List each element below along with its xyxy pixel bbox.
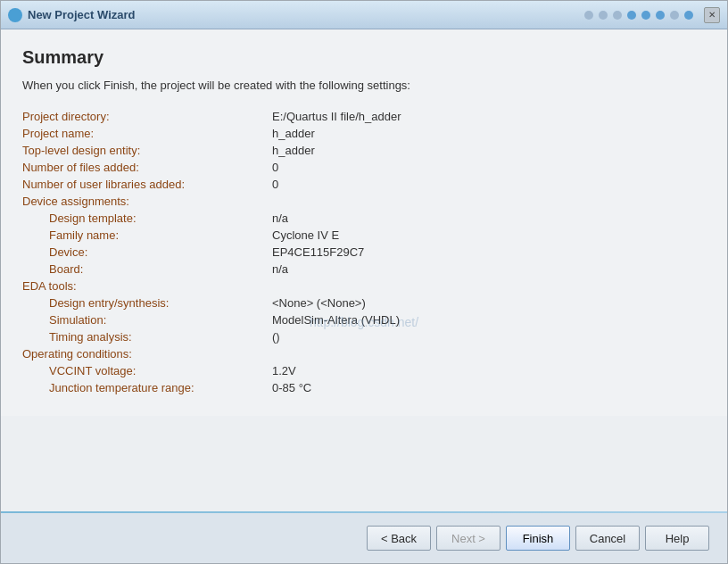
board-label: Board: (49, 262, 272, 276)
close-button[interactable]: ✕ (704, 7, 720, 23)
back-button[interactable]: < Back (367, 526, 431, 551)
top-level-value: h_adder (272, 144, 315, 157)
project-directory-label: Project directory: (22, 110, 272, 123)
dot-2 (599, 11, 608, 20)
next-button[interactable]: Next > (436, 526, 500, 551)
junction-temp-row: Junction temperature range: 0-85 °C (22, 381, 706, 394)
simulation-label: Simulation: (49, 313, 272, 327)
top-level-row: Top-level design entity: h_adder (22, 144, 706, 157)
help-button[interactable]: Help (645, 526, 709, 551)
board-row: Board: n/a (22, 262, 706, 276)
device-value: EP4CE115F29C7 (272, 245, 364, 259)
family-name-value: Cyclone IV E (272, 228, 339, 242)
design-entry-label: Design entry/synthesis: (49, 296, 272, 310)
content-area: Summary When you click Finish, the proje… (1, 29, 727, 416)
user-libs-label: Number of user libraries added: (22, 178, 272, 191)
design-entry-row: Design entry/synthesis: <None> (<None>) (22, 296, 706, 310)
board-value: n/a (272, 262, 288, 276)
dot-3 (613, 11, 622, 20)
simulation-row: Simulation: ModelSim-Altera (VHDL) (22, 313, 706, 327)
vccint-label: VCCINT voltage: (49, 364, 272, 377)
dot-6 (656, 11, 665, 20)
summary-title: Summary (22, 47, 706, 68)
dot-8 (684, 11, 693, 20)
device-section-label: Device assignments: (22, 195, 706, 208)
eda-section-label: EDA tools: (22, 279, 706, 293)
junction-temp-value: 0-85 °C (272, 381, 311, 394)
dot-1 (584, 11, 593, 20)
window-icon (8, 8, 22, 22)
progress-dots (584, 11, 693, 20)
dot-5 (641, 11, 650, 20)
project-directory-row: Project directory: E:/Quartus II file/h_… (22, 110, 706, 123)
num-files-value: 0 (272, 161, 278, 174)
simulation-value: ModelSim-Altera (VHDL) (272, 313, 400, 327)
design-template-value: n/a (272, 212, 288, 225)
device-row: Device: EP4CE115F29C7 (22, 245, 706, 259)
vccint-row: VCCINT voltage: 1.2V (22, 364, 706, 377)
user-libs-row: Number of user libraries added: 0 (22, 178, 706, 191)
dot-4 (627, 11, 636, 20)
summary-intro: When you click Finish, the project will … (22, 79, 706, 92)
design-template-row: Design template: n/a (22, 212, 706, 225)
num-files-label: Number of files added: (22, 161, 272, 174)
family-name-label: Family name: (49, 228, 272, 242)
project-directory-value: E:/Quartus II file/h_adder (272, 110, 401, 123)
family-name-row: Family name: Cyclone IV E (22, 228, 706, 242)
cancel-button[interactable]: Cancel (575, 526, 640, 551)
title-bar: New Project Wizard ✕ (1, 1, 727, 29)
window-title: New Project Wizard (28, 8, 574, 21)
main-window: New Project Wizard ✕ Summary When you cl… (0, 0, 728, 564)
junction-temp-label: Junction temperature range: (49, 381, 272, 394)
project-name-value: h_adder (272, 127, 315, 140)
timing-value: () (272, 330, 280, 344)
timing-row: Timing analysis: () (22, 330, 706, 344)
num-files-row: Number of files added: 0 (22, 161, 706, 174)
vccint-value: 1.2V (272, 364, 296, 377)
user-libs-value: 0 (272, 178, 278, 191)
finish-button[interactable]: Finish (506, 526, 570, 551)
project-name-label: Project name: (22, 127, 272, 140)
timing-label: Timing analysis: (49, 330, 272, 344)
device-label: Device: (49, 245, 272, 259)
top-level-label: Top-level design entity: (22, 144, 272, 157)
dot-7 (670, 11, 679, 20)
project-name-row: Project name: h_adder (22, 127, 706, 140)
operating-section-label: Operating conditions: (22, 347, 706, 361)
design-template-label: Design template: (49, 212, 272, 225)
button-bar: < Back Next > Finish Cancel Help (1, 513, 727, 563)
design-entry-value: <None> (<None>) (272, 296, 366, 310)
